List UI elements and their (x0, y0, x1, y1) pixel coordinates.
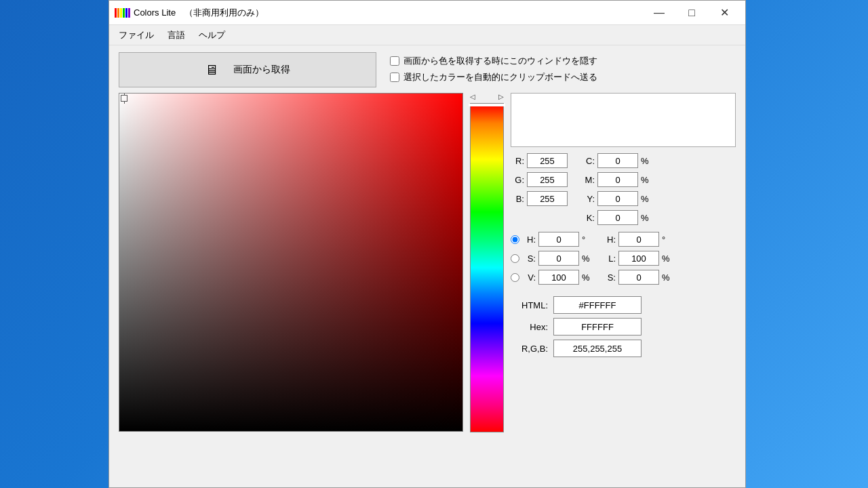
b-row: B: (511, 190, 568, 207)
hsl-s-row: S: % (602, 269, 671, 285)
hsv-section: H: ° S: % V: (511, 231, 591, 285)
right-panel: R: G: B: (511, 93, 736, 481)
monitor-icon: 🖥 (205, 62, 218, 78)
k-row: K: % (581, 209, 650, 226)
menu-help[interactable]: ヘルプ (192, 26, 232, 44)
y-row: Y: % (581, 190, 650, 207)
hsl-h-input[interactable] (618, 232, 659, 247)
gradient-canvas[interactable] (119, 93, 463, 432)
hex-label: Hex: (511, 322, 548, 332)
menu-language[interactable]: 言語 (161, 26, 192, 44)
hsl-h-row: H: ° (602, 231, 671, 247)
hsv-h-unit: ° (582, 235, 591, 245)
y-unit: % (641, 194, 650, 204)
hide-window-label: 画面から色を取得する時にこのウィンドウを隠す (403, 55, 597, 67)
html-row: HTML: (511, 296, 736, 314)
hsl-section: H: ° L: % S: % (602, 231, 671, 285)
hue-arrow-left: ◁ (470, 93, 475, 100)
k-unit: % (641, 213, 650, 223)
html-input[interactable] (553, 296, 642, 314)
capture-button-label: 画面から取得 (224, 64, 290, 76)
hsv-h-row: H: ° (511, 231, 591, 247)
hsl-h-unit: ° (662, 235, 671, 245)
hsl-l-unit: % (662, 253, 671, 264)
app-icon (115, 7, 130, 18)
b-input[interactable] (527, 191, 568, 206)
c-label: C: (581, 156, 595, 166)
g-label: G: (511, 175, 524, 185)
hsv-v-row: V: % (511, 269, 591, 285)
hsl-s-label: S: (602, 272, 616, 283)
k-label: K: (581, 213, 595, 223)
top-bar: 🖥 画面から取得 画面から色を取得する時にこのウィンドウを隠す 選択したカラーを… (119, 52, 736, 87)
checkboxes-group: 画面から色を取得する時にこのウィンドウを隠す 選択したカラーを自動的にクリップボ… (390, 52, 597, 83)
main-content: 🖥 画面から取得 画面から色を取得する時にこのウィンドウを隠す 選択したカラーを… (109, 45, 745, 487)
hsv-v-input[interactable] (538, 270, 579, 285)
html-label: HTML: (511, 300, 548, 310)
maximize-button[interactable]: □ (676, 3, 707, 22)
minimize-button[interactable]: — (644, 3, 675, 22)
c-row: C: % (581, 152, 650, 169)
hsv-v-unit: % (582, 272, 591, 283)
hsv-v-label: V: (522, 272, 536, 283)
hide-window-checkbox[interactable] (390, 56, 399, 66)
c-unit: % (641, 156, 650, 166)
r-input[interactable] (527, 153, 568, 168)
m-row: M: % (581, 171, 650, 188)
main-window: Colors Lite （非商用利用のみ） — □ ✕ ファイル 言語 ヘルプ … (108, 0, 746, 488)
auto-clipboard-label: 選択したカラーを自動的にクリップボードへ送る (403, 71, 597, 83)
hsv-s-unit: % (582, 253, 591, 264)
rgb-text-row: R,G,B: (511, 340, 736, 357)
hue-pointer (469, 104, 505, 106)
hsl-l-label: L: (602, 253, 616, 264)
hsv-radio[interactable] (511, 235, 519, 244)
hsl-s-input[interactable] (618, 270, 659, 285)
menu-file[interactable]: ファイル (112, 26, 161, 44)
hsv-s-input[interactable] (538, 251, 579, 266)
auto-clipboard-checkbox-row[interactable]: 選択したカラーを自動的にクリップボードへ送る (390, 71, 597, 83)
html-section: HTML: Hex: R,G,B: (511, 296, 736, 357)
hsv-h-label: H: (522, 235, 536, 245)
rgb-text-input[interactable] (553, 340, 642, 357)
hsv-hsl-section: H: ° S: % V: (511, 231, 736, 285)
hsl-h-label: H: (602, 235, 616, 245)
title-bar: Colors Lite （非商用利用のみ） — □ ✕ (109, 1, 745, 25)
auto-clipboard-checkbox[interactable] (390, 73, 399, 82)
color-preview (511, 93, 736, 147)
menu-bar: ファイル 言語 ヘルプ (109, 25, 745, 45)
values-section: R: G: B: (511, 152, 736, 226)
hsv-s-radio[interactable] (511, 254, 519, 263)
m-input[interactable] (597, 172, 638, 187)
hue-arrow-right: ▷ (498, 93, 504, 100)
m-unit: % (641, 175, 650, 185)
r-row: R: (511, 152, 568, 169)
c-input[interactable] (597, 153, 638, 168)
hue-bar[interactable] (470, 103, 504, 432)
gradient-inner (119, 94, 462, 431)
hsv-s-row: S: % (511, 250, 591, 266)
window-title: Colors Lite （非商用利用のみ） (134, 7, 644, 19)
hsl-l-input[interactable] (618, 251, 659, 266)
cmyk-section: C: % M: % Y: % (581, 152, 650, 226)
r-label: R: (511, 156, 524, 166)
close-button[interactable]: ✕ (709, 3, 740, 22)
hex-row: Hex: (511, 318, 736, 336)
hsl-l-row: L: % (602, 250, 671, 266)
hue-indicator: ◁ ▷ (470, 93, 504, 100)
g-row: G: (511, 171, 568, 188)
y-label: Y: (581, 194, 595, 204)
hide-window-checkbox-row[interactable]: 画面から色を取得する時にこのウィンドウを隠す (390, 55, 597, 67)
k-input[interactable] (597, 210, 638, 225)
rgb-section: R: G: B: (511, 152, 568, 226)
hue-slider-container: ◁ ▷ (470, 93, 504, 481)
hsv-h-input[interactable] (538, 232, 579, 247)
hex-input[interactable] (553, 318, 642, 336)
hsv-v-radio[interactable] (511, 273, 519, 282)
hsv-s-label: S: (522, 253, 536, 264)
y-input[interactable] (597, 191, 638, 206)
window-controls: — □ ✕ (644, 3, 740, 22)
picker-area: ◁ ▷ R: (119, 93, 736, 481)
g-input[interactable] (527, 172, 568, 187)
capture-button[interactable]: 🖥 画面から取得 (119, 52, 376, 87)
hsl-s-unit: % (662, 272, 671, 283)
